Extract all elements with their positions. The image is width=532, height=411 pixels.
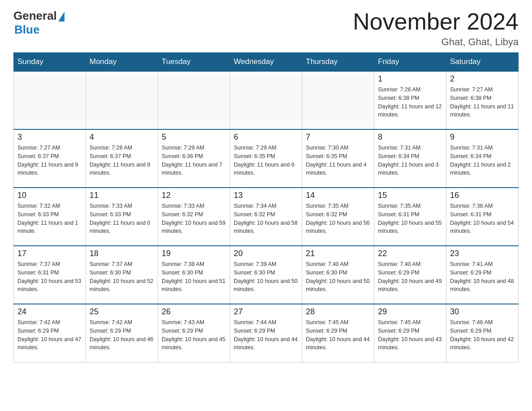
table-row: 12Sunrise: 7:33 AM Sunset: 6:32 PM Dayli… xyxy=(158,188,230,246)
calendar-week-row: 17Sunrise: 7:37 AM Sunset: 6:31 PM Dayli… xyxy=(14,246,519,304)
table-row: 27Sunrise: 7:44 AM Sunset: 6:29 PM Dayli… xyxy=(230,304,302,362)
calendar-header-row: SundayMondayTuesdayWednesdayThursdayFrid… xyxy=(14,53,519,72)
calendar-day-header: Friday xyxy=(374,53,446,72)
location-subtitle: Ghat, Ghat, Libya xyxy=(353,36,519,48)
day-number: 10 xyxy=(17,191,82,200)
calendar-week-row: 24Sunrise: 7:42 AM Sunset: 6:29 PM Dayli… xyxy=(14,304,519,362)
day-number: 18 xyxy=(90,249,154,258)
day-number: 8 xyxy=(378,133,442,142)
day-number: 22 xyxy=(378,249,442,258)
day-number: 5 xyxy=(162,133,226,142)
table-row xyxy=(158,71,230,129)
page-header: General Blue November 2024 Ghat, Ghat, L… xyxy=(13,9,519,48)
table-row: 28Sunrise: 7:45 AM Sunset: 6:29 PM Dayli… xyxy=(302,304,374,362)
day-number: 13 xyxy=(234,191,298,200)
table-row xyxy=(14,71,86,129)
day-number: 15 xyxy=(378,191,442,200)
day-info: Sunrise: 7:32 AM Sunset: 6:33 PM Dayligh… xyxy=(17,202,82,235)
day-number: 16 xyxy=(450,191,515,200)
table-row: 9Sunrise: 7:31 AM Sunset: 6:34 PM Daylig… xyxy=(446,129,519,188)
day-info: Sunrise: 7:37 AM Sunset: 6:31 PM Dayligh… xyxy=(17,260,82,294)
table-row: 8Sunrise: 7:31 AM Sunset: 6:34 PM Daylig… xyxy=(374,129,446,188)
logo-general-text: General xyxy=(13,9,57,23)
calendar-day-header: Thursday xyxy=(302,53,374,72)
table-row: 20Sunrise: 7:39 AM Sunset: 6:30 PM Dayli… xyxy=(230,246,302,304)
day-info: Sunrise: 7:44 AM Sunset: 6:29 PM Dayligh… xyxy=(234,318,298,352)
table-row: 15Sunrise: 7:35 AM Sunset: 6:31 PM Dayli… xyxy=(374,188,446,246)
day-number: 24 xyxy=(17,307,82,317)
table-row: 26Sunrise: 7:43 AM Sunset: 6:29 PM Dayli… xyxy=(158,304,230,362)
day-number: 9 xyxy=(450,133,515,142)
day-number: 27 xyxy=(234,307,298,317)
day-info: Sunrise: 7:40 AM Sunset: 6:29 PM Dayligh… xyxy=(378,260,442,294)
table-row: 5Sunrise: 7:29 AM Sunset: 6:36 PM Daylig… xyxy=(158,129,230,188)
day-number: 30 xyxy=(450,307,515,317)
logo: General Blue xyxy=(13,9,64,37)
month-year-title: November 2024 xyxy=(353,9,519,34)
day-info: Sunrise: 7:33 AM Sunset: 6:32 PM Dayligh… xyxy=(162,202,226,235)
table-row: 24Sunrise: 7:42 AM Sunset: 6:29 PM Dayli… xyxy=(14,304,86,362)
logo-triangle-icon xyxy=(58,12,64,21)
table-row: 17Sunrise: 7:37 AM Sunset: 6:31 PM Dayli… xyxy=(14,246,86,304)
day-number: 4 xyxy=(90,133,154,142)
day-info: Sunrise: 7:34 AM Sunset: 6:32 PM Dayligh… xyxy=(234,202,298,235)
table-row: 13Sunrise: 7:34 AM Sunset: 6:32 PM Dayli… xyxy=(230,188,302,246)
day-number: 3 xyxy=(17,133,82,142)
day-number: 11 xyxy=(90,191,154,200)
day-info: Sunrise: 7:36 AM Sunset: 6:31 PM Dayligh… xyxy=(450,202,515,235)
title-section: November 2024 Ghat, Ghat, Libya xyxy=(353,9,519,48)
table-row xyxy=(86,71,158,129)
day-number: 20 xyxy=(234,249,298,258)
day-info: Sunrise: 7:28 AM Sunset: 6:37 PM Dayligh… xyxy=(90,144,154,177)
day-number: 14 xyxy=(306,191,370,200)
day-info: Sunrise: 7:42 AM Sunset: 6:29 PM Dayligh… xyxy=(90,318,154,352)
table-row: 10Sunrise: 7:32 AM Sunset: 6:33 PM Dayli… xyxy=(14,188,86,246)
day-number: 1 xyxy=(378,74,442,84)
day-info: Sunrise: 7:42 AM Sunset: 6:29 PM Dayligh… xyxy=(17,318,82,352)
day-number: 21 xyxy=(306,249,370,258)
day-info: Sunrise: 7:45 AM Sunset: 6:29 PM Dayligh… xyxy=(306,318,370,352)
calendar-week-row: 3Sunrise: 7:27 AM Sunset: 6:37 PM Daylig… xyxy=(14,129,519,188)
table-row xyxy=(302,71,374,129)
day-info: Sunrise: 7:31 AM Sunset: 6:34 PM Dayligh… xyxy=(450,144,515,177)
table-row: 29Sunrise: 7:45 AM Sunset: 6:29 PM Dayli… xyxy=(374,304,446,362)
day-info: Sunrise: 7:40 AM Sunset: 6:30 PM Dayligh… xyxy=(306,260,370,294)
day-info: Sunrise: 7:39 AM Sunset: 6:30 PM Dayligh… xyxy=(234,260,298,294)
day-number: 19 xyxy=(162,249,226,258)
calendar-day-header: Sunday xyxy=(14,53,86,72)
table-row: 19Sunrise: 7:38 AM Sunset: 6:30 PM Dayli… xyxy=(158,246,230,304)
day-number: 25 xyxy=(90,307,154,317)
day-info: Sunrise: 7:43 AM Sunset: 6:29 PM Dayligh… xyxy=(162,318,226,352)
table-row: 6Sunrise: 7:29 AM Sunset: 6:35 PM Daylig… xyxy=(230,129,302,188)
day-number: 6 xyxy=(234,133,298,142)
day-info: Sunrise: 7:27 AM Sunset: 6:37 PM Dayligh… xyxy=(17,144,82,177)
day-number: 17 xyxy=(17,249,82,258)
table-row: 25Sunrise: 7:42 AM Sunset: 6:29 PM Dayli… xyxy=(86,304,158,362)
table-row: 11Sunrise: 7:33 AM Sunset: 6:33 PM Dayli… xyxy=(86,188,158,246)
day-number: 23 xyxy=(450,249,515,258)
calendar-table: SundayMondayTuesdayWednesdayThursdayFrid… xyxy=(13,52,519,363)
table-row xyxy=(230,71,302,129)
logo-blue-text: Blue xyxy=(14,23,39,37)
table-row: 22Sunrise: 7:40 AM Sunset: 6:29 PM Dayli… xyxy=(374,246,446,304)
day-info: Sunrise: 7:45 AM Sunset: 6:29 PM Dayligh… xyxy=(378,318,442,352)
table-row: 2Sunrise: 7:27 AM Sunset: 6:38 PM Daylig… xyxy=(446,71,519,129)
table-row: 23Sunrise: 7:41 AM Sunset: 6:29 PM Dayli… xyxy=(446,246,519,304)
day-info: Sunrise: 7:29 AM Sunset: 6:35 PM Dayligh… xyxy=(234,144,298,177)
day-info: Sunrise: 7:46 AM Sunset: 6:29 PM Dayligh… xyxy=(450,318,515,352)
day-info: Sunrise: 7:33 AM Sunset: 6:33 PM Dayligh… xyxy=(90,202,154,235)
day-info: Sunrise: 7:29 AM Sunset: 6:36 PM Dayligh… xyxy=(162,144,226,177)
table-row: 14Sunrise: 7:35 AM Sunset: 6:32 PM Dayli… xyxy=(302,188,374,246)
day-info: Sunrise: 7:37 AM Sunset: 6:30 PM Dayligh… xyxy=(90,260,154,294)
day-info: Sunrise: 7:31 AM Sunset: 6:34 PM Dayligh… xyxy=(378,144,442,177)
calendar-day-header: Monday xyxy=(86,53,158,72)
table-row: 4Sunrise: 7:28 AM Sunset: 6:37 PM Daylig… xyxy=(86,129,158,188)
table-row: 21Sunrise: 7:40 AM Sunset: 6:30 PM Dayli… xyxy=(302,246,374,304)
table-row: 7Sunrise: 7:30 AM Sunset: 6:35 PM Daylig… xyxy=(302,129,374,188)
day-info: Sunrise: 7:30 AM Sunset: 6:35 PM Dayligh… xyxy=(306,144,370,177)
day-number: 28 xyxy=(306,307,370,317)
calendar-week-row: 10Sunrise: 7:32 AM Sunset: 6:33 PM Dayli… xyxy=(14,188,519,246)
day-number: 26 xyxy=(162,307,226,317)
day-info: Sunrise: 7:41 AM Sunset: 6:29 PM Dayligh… xyxy=(450,260,515,294)
table-row: 30Sunrise: 7:46 AM Sunset: 6:29 PM Dayli… xyxy=(446,304,519,362)
